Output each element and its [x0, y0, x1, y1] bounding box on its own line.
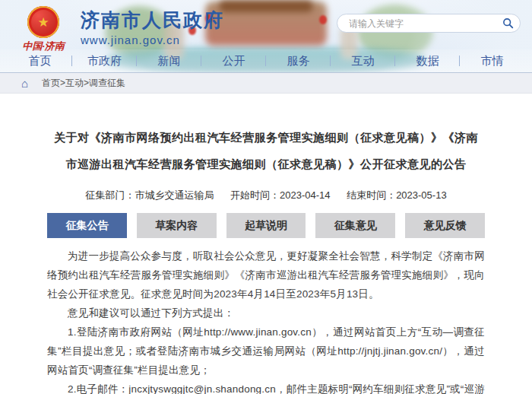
meta-department: 征集部门：市城乡交通运输局 — [85, 189, 214, 201]
nav-item-city-info[interactable]: 市情 — [460, 49, 524, 72]
article-paragraph: 为进一步提高公众参与度，听取社会公众意见，更好凝聚全社会智慧，科学制定《济南市网… — [47, 246, 485, 303]
site-header: ★ 中国·济南 济南市人民政府 www.jinan.gov.cn 首页 市政府 … — [0, 0, 532, 73]
nav-item-government[interactable]: 市政府 — [72, 49, 137, 72]
meta-end-value: 2023-05-13 — [396, 189, 447, 201]
meta-start-time: 开始时间：2023-04-14 — [230, 189, 331, 201]
breadcrumb[interactable]: 首页>互动>调查征集 — [42, 77, 125, 90]
search-icon[interactable] — [502, 17, 514, 29]
nav-item-disclosure[interactable]: 公开 — [201, 49, 266, 72]
home-icon[interactable]: ⌂ — [21, 78, 28, 89]
search-box[interactable] — [337, 14, 521, 33]
article-body: 为进一步提高公众参与度，听取社会公众意见，更好凝聚全社会智慧，科学制定《济南市网… — [47, 246, 485, 394]
article-paragraph: 意见和建议可以通过下列方式提出： — [47, 303, 485, 323]
nav-item-services[interactable]: 服务 — [266, 49, 331, 72]
tab-collection-notice[interactable]: 征集公告 — [47, 213, 127, 238]
site-title[interactable]: 济南市人民政府 — [81, 9, 224, 31]
meta-department-label: 征集部门： — [85, 189, 135, 201]
meta-department-value: 市城乡交通运输局 — [135, 189, 214, 201]
nav-item-home[interactable]: 首页 — [8, 49, 72, 72]
page-title: 关于对《济南市网络预约出租汽车经营服务管理实施细则（征求意见稿）》《济南市巡游出… — [51, 124, 481, 177]
nav-item-data[interactable]: 数据 — [395, 49, 460, 72]
article-tabs: 征集公告 草案内容 起草说明 征集意见 意见反馈 — [47, 213, 485, 238]
site-url[interactable]: www.jinan.gov.cn — [81, 33, 224, 46]
breadcrumb-bar: ⌂ 首页>互动>调查征集 — [0, 73, 532, 94]
meta-start-value: 2023-04-14 — [280, 189, 331, 201]
tab-drafting-notes[interactable]: 起草说明 — [226, 213, 306, 238]
nav-item-news[interactable]: 新闻 — [137, 49, 201, 72]
search-input[interactable] — [347, 17, 502, 30]
national-emblem-icon: ★ — [27, 6, 59, 38]
meta-end-time: 结束时间：2023-05-13 — [347, 189, 447, 201]
article-container: 关于对《济南市网络预约出租汽车经营服务管理实施细则（征求意见稿）》《济南市巡游出… — [0, 94, 532, 394]
site-logo[interactable]: ★ 中国·济南 — [14, 6, 73, 53]
main-nav: 首页 市政府 新闻 公开 服务 互动 数据 市情 — [0, 49, 532, 72]
tab-submit-opinions[interactable]: 征集意见 — [315, 213, 395, 238]
article-paragraph: 2.电子邮件：jncxjtyswggjtc@jn.shandong.cn，邮件主… — [47, 380, 485, 394]
tab-draft-content[interactable]: 草案内容 — [137, 213, 217, 238]
article-meta: 征集部门：市城乡交通运输局 开始时间：2023-04-14 结束时间：2023-… — [47, 189, 485, 202]
article-paragraph: 1.登陆济南市政府网站（网址http://www.jinan.gov.cn），通… — [47, 323, 485, 380]
meta-start-label: 开始时间： — [230, 189, 280, 201]
meta-end-label: 结束时间： — [347, 189, 396, 201]
nav-item-interaction[interactable]: 互动 — [331, 49, 395, 72]
tab-opinion-feedback[interactable]: 意见反馈 — [405, 213, 485, 238]
